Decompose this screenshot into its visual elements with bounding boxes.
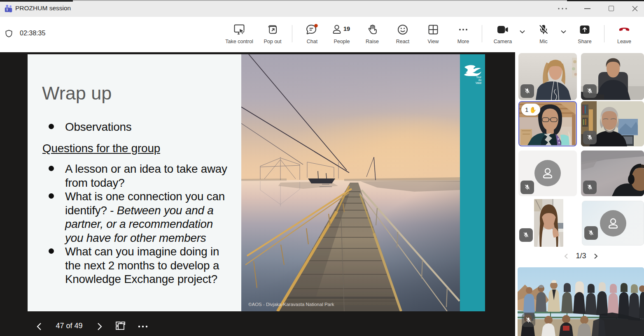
svg-text:19: 19 bbox=[343, 25, 350, 32]
svg-text:©AOS - Divjaka-Karavasta Natio: ©AOS - Divjaka-Karavasta National Park bbox=[248, 302, 334, 307]
svg-text:T: T bbox=[6, 8, 8, 12]
